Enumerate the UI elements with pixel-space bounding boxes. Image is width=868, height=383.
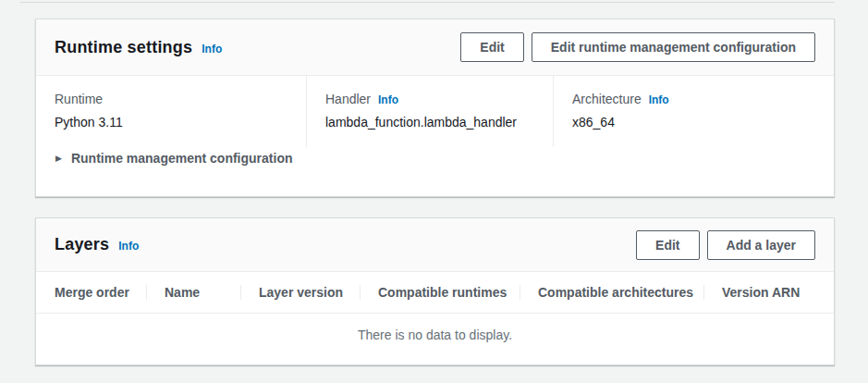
- layers-header: Layers Info Edit Add a layer: [36, 218, 834, 272]
- column-header-version-arn: Version ARN: [703, 285, 834, 300]
- expand-triangle-icon: ▶: [55, 154, 62, 163]
- runtime-field: Runtime Python 3.11: [36, 76, 306, 147]
- architecture-value: x86_64: [572, 115, 815, 130]
- handler-info-link[interactable]: Info: [378, 93, 398, 106]
- edit-runtime-management-configuration-button[interactable]: Edit runtime management configuration: [532, 32, 815, 62]
- runtime-settings-header: Runtime settings Info Edit Edit runtime …: [36, 19, 834, 76]
- layers-panel: Layers Info Edit Add a layer Merge order…: [35, 217, 835, 365]
- runtime-settings-title: Runtime settings: [55, 38, 192, 57]
- edit-layers-button[interactable]: Edit: [636, 230, 699, 260]
- edit-runtime-settings-button[interactable]: Edit: [460, 32, 523, 62]
- runtime-value: Python 3.11: [55, 115, 287, 130]
- architecture-info-link[interactable]: Info: [649, 93, 669, 106]
- runtime-settings-fields: Runtime Python 3.11 Handler Info lambda_…: [36, 76, 834, 147]
- column-header-merge-order: Merge order: [36, 285, 146, 300]
- column-header-name: Name: [146, 285, 240, 300]
- column-header-compatible-runtimes: Compatible runtimes: [360, 285, 520, 300]
- expander-label: Runtime management configuration: [71, 151, 293, 166]
- layers-empty-message: There is no data to display.: [36, 314, 834, 342]
- layers-title: Layers: [55, 235, 109, 254]
- architecture-field: Architecture Info x86_64: [553, 76, 834, 147]
- handler-field: Handler Info lambda_function.lambda_hand…: [306, 76, 553, 147]
- add-a-layer-button[interactable]: Add a layer: [707, 230, 815, 260]
- layers-info-link[interactable]: Info: [118, 240, 139, 253]
- runtime-label: Runtime: [55, 92, 103, 106]
- runtime-management-configuration-expander[interactable]: ▶ Runtime management configuration: [36, 147, 834, 180]
- runtime-settings-panel: Runtime settings Info Edit Edit runtime …: [35, 19, 835, 197]
- handler-label: Handler: [325, 92, 371, 106]
- architecture-label: Architecture: [572, 92, 642, 106]
- runtime-settings-info-link[interactable]: Info: [202, 43, 222, 56]
- handler-value: lambda_function.lambda_handler: [325, 115, 534, 130]
- layers-table-header: Merge order Name Layer version Compatibl…: [36, 272, 834, 314]
- column-header-compatible-architectures: Compatible architectures: [520, 285, 703, 300]
- top-divider: [20, 2, 835, 3]
- column-header-layer-version: Layer version: [240, 285, 360, 300]
